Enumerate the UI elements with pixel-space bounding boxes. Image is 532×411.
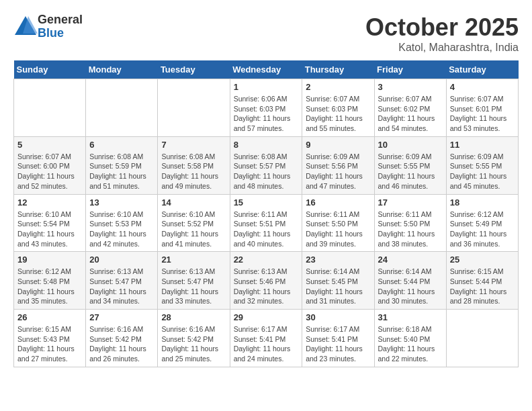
calendar-cell: 19Sunrise: 6:12 AM Sunset: 5:48 PM Dayli…	[14, 252, 86, 310]
day-info: Sunrise: 6:16 AM Sunset: 5:42 PM Dayligh…	[89, 324, 154, 364]
calendar-cell	[158, 79, 230, 137]
calendar-cell	[446, 310, 518, 367]
title-area: October 2025 Katol, Maharashtra, India	[365, 13, 519, 54]
calendar-cell: 11Sunrise: 6:09 AM Sunset: 5:55 PM Dayli…	[446, 136, 518, 194]
day-info: Sunrise: 6:12 AM Sunset: 5:49 PM Dayligh…	[450, 210, 515, 249]
day-number: 12	[17, 197, 82, 208]
day-info: Sunrise: 6:07 AM Sunset: 6:03 PM Dayligh…	[306, 94, 370, 134]
day-info: Sunrise: 6:09 AM Sunset: 5:56 PM Dayligh…	[306, 152, 370, 191]
day-info: Sunrise: 6:18 AM Sunset: 5:40 PM Dayligh…	[378, 324, 443, 364]
calendar-cell: 23Sunrise: 6:14 AM Sunset: 5:45 PM Dayli…	[302, 252, 374, 310]
calendar-cell: 24Sunrise: 6:14 AM Sunset: 5:44 PM Dayli…	[374, 252, 446, 310]
day-number: 10	[378, 140, 443, 150]
calendar-cell: 28Sunrise: 6:16 AM Sunset: 5:42 PM Dayli…	[158, 310, 230, 367]
calendar-cell: 2Sunrise: 6:07 AM Sunset: 6:03 PM Daylig…	[302, 79, 374, 137]
day-info: Sunrise: 6:13 AM Sunset: 5:46 PM Dayligh…	[234, 267, 299, 306]
day-info: Sunrise: 6:17 AM Sunset: 5:41 PM Dayligh…	[234, 324, 299, 364]
calendar-week-1: 1Sunrise: 6:06 AM Sunset: 6:03 PM Daylig…	[14, 79, 519, 137]
day-number: 29	[234, 312, 299, 322]
calendar-cell: 20Sunrise: 6:13 AM Sunset: 5:47 PM Dayli…	[86, 252, 158, 310]
day-number: 11	[450, 140, 515, 150]
calendar-week-4: 19Sunrise: 6:12 AM Sunset: 5:48 PM Dayli…	[14, 252, 519, 310]
day-info: Sunrise: 6:10 AM Sunset: 5:54 PM Dayligh…	[17, 210, 82, 249]
day-info: Sunrise: 6:17 AM Sunset: 5:41 PM Dayligh…	[306, 324, 370, 364]
calendar-cell: 4Sunrise: 6:07 AM Sunset: 6:01 PM Daylig…	[446, 79, 518, 137]
day-info: Sunrise: 6:11 AM Sunset: 5:51 PM Dayligh…	[234, 210, 299, 249]
day-number: 9	[306, 140, 370, 150]
calendar-cell: 14Sunrise: 6:10 AM Sunset: 5:52 PM Dayli…	[158, 194, 230, 252]
day-info: Sunrise: 6:15 AM Sunset: 5:44 PM Dayligh…	[450, 267, 515, 306]
day-info: Sunrise: 6:08 AM Sunset: 5:58 PM Dayligh…	[161, 152, 226, 191]
calendar-cell	[14, 79, 86, 137]
day-number: 4	[450, 82, 515, 92]
calendar-cell: 31Sunrise: 6:18 AM Sunset: 5:40 PM Dayli…	[374, 310, 446, 367]
calendar-cell: 18Sunrise: 6:12 AM Sunset: 5:49 PM Dayli…	[446, 194, 518, 252]
day-info: Sunrise: 6:16 AM Sunset: 5:42 PM Dayligh…	[161, 324, 226, 364]
logo-general-text: General	[38, 13, 83, 27]
day-info: Sunrise: 6:07 AM Sunset: 6:00 PM Dayligh…	[17, 152, 82, 191]
day-info: Sunrise: 6:13 AM Sunset: 5:47 PM Dayligh…	[89, 267, 154, 306]
calendar-week-5: 26Sunrise: 6:15 AM Sunset: 5:43 PM Dayli…	[14, 310, 519, 367]
location-subtitle: Katol, Maharashtra, India	[365, 42, 519, 54]
day-number: 2	[306, 82, 370, 92]
day-info: Sunrise: 6:11 AM Sunset: 5:50 PM Dayligh…	[306, 210, 370, 249]
day-number: 18	[450, 197, 515, 208]
weekday-header-sunday: Sunday	[14, 60, 86, 79]
day-number: 20	[89, 255, 154, 265]
day-info: Sunrise: 6:08 AM Sunset: 5:57 PM Dayligh…	[234, 152, 299, 191]
calendar-cell: 17Sunrise: 6:11 AM Sunset: 5:50 PM Dayli…	[374, 194, 446, 252]
logo-icon	[13, 15, 38, 39]
day-number: 16	[306, 197, 370, 208]
day-number: 3	[378, 82, 443, 92]
day-info: Sunrise: 6:14 AM Sunset: 5:45 PM Dayligh…	[306, 267, 370, 306]
day-number: 19	[17, 255, 82, 265]
day-info: Sunrise: 6:09 AM Sunset: 5:55 PM Dayligh…	[378, 152, 443, 191]
logo-blue-text: Blue	[38, 27, 83, 40]
day-info: Sunrise: 6:10 AM Sunset: 5:53 PM Dayligh…	[89, 210, 154, 249]
month-title: October 2025	[365, 13, 519, 42]
day-number: 24	[378, 255, 443, 265]
calendar-cell: 13Sunrise: 6:10 AM Sunset: 5:53 PM Dayli…	[86, 194, 158, 252]
day-number: 21	[161, 255, 226, 265]
day-number: 30	[306, 312, 370, 322]
calendar-cell: 22Sunrise: 6:13 AM Sunset: 5:46 PM Dayli…	[230, 252, 302, 310]
calendar-cell: 15Sunrise: 6:11 AM Sunset: 5:51 PM Dayli…	[230, 194, 302, 252]
day-number: 1	[234, 82, 299, 92]
weekday-header-monday: Monday	[86, 60, 158, 79]
day-info: Sunrise: 6:08 AM Sunset: 5:59 PM Dayligh…	[89, 152, 154, 191]
calendar-week-2: 5Sunrise: 6:07 AM Sunset: 6:00 PM Daylig…	[14, 136, 519, 194]
day-number: 26	[17, 312, 82, 322]
weekday-header-friday: Friday	[374, 60, 446, 79]
calendar-cell: 3Sunrise: 6:07 AM Sunset: 6:02 PM Daylig…	[374, 79, 446, 137]
logo: General Blue	[13, 13, 83, 40]
day-number: 7	[161, 140, 226, 150]
day-number: 15	[234, 197, 299, 208]
calendar-cell: 10Sunrise: 6:09 AM Sunset: 5:55 PM Dayli…	[374, 136, 446, 194]
day-info: Sunrise: 6:06 AM Sunset: 6:03 PM Dayligh…	[234, 94, 299, 134]
calendar-cell: 29Sunrise: 6:17 AM Sunset: 5:41 PM Dayli…	[230, 310, 302, 367]
day-info: Sunrise: 6:12 AM Sunset: 5:48 PM Dayligh…	[17, 267, 82, 306]
calendar-cell: 21Sunrise: 6:13 AM Sunset: 5:47 PM Dayli…	[158, 252, 230, 310]
calendar-week-3: 12Sunrise: 6:10 AM Sunset: 5:54 PM Dayli…	[14, 194, 519, 252]
day-number: 6	[89, 140, 154, 150]
weekday-header-thursday: Thursday	[302, 60, 374, 79]
calendar-cell: 5Sunrise: 6:07 AM Sunset: 6:00 PM Daylig…	[14, 136, 86, 194]
day-info: Sunrise: 6:13 AM Sunset: 5:47 PM Dayligh…	[161, 267, 226, 306]
page-header: General Blue October 2025 Katol, Maharas…	[13, 13, 519, 54]
day-info: Sunrise: 6:07 AM Sunset: 6:01 PM Dayligh…	[450, 94, 515, 134]
calendar-cell: 1Sunrise: 6:06 AM Sunset: 6:03 PM Daylig…	[230, 79, 302, 137]
calendar-cell: 12Sunrise: 6:10 AM Sunset: 5:54 PM Dayli…	[14, 194, 86, 252]
day-number: 13	[89, 197, 154, 208]
calendar-cell: 27Sunrise: 6:16 AM Sunset: 5:42 PM Dayli…	[86, 310, 158, 367]
day-number: 27	[89, 312, 154, 322]
day-number: 22	[234, 255, 299, 265]
calendar-table: SundayMondayTuesdayWednesdayThursdayFrid…	[13, 60, 519, 367]
day-info: Sunrise: 6:10 AM Sunset: 5:52 PM Dayligh…	[161, 210, 226, 249]
calendar-cell: 8Sunrise: 6:08 AM Sunset: 5:57 PM Daylig…	[230, 136, 302, 194]
calendar-cell: 25Sunrise: 6:15 AM Sunset: 5:44 PM Dayli…	[446, 252, 518, 310]
day-info: Sunrise: 6:15 AM Sunset: 5:43 PM Dayligh…	[17, 324, 82, 364]
day-info: Sunrise: 6:11 AM Sunset: 5:50 PM Dayligh…	[378, 210, 443, 249]
day-number: 17	[378, 197, 443, 208]
calendar-cell: 9Sunrise: 6:09 AM Sunset: 5:56 PM Daylig…	[302, 136, 374, 194]
day-info: Sunrise: 6:14 AM Sunset: 5:44 PM Dayligh…	[378, 267, 443, 306]
